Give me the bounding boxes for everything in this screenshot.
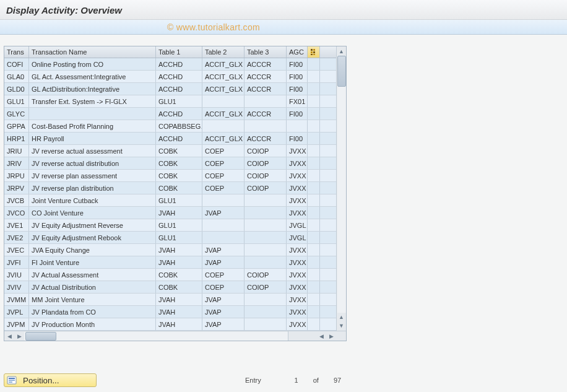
cell-table2[interactable]: ACCIT_GLX — [202, 58, 245, 70]
table-row[interactable]: GLA0GL Act. Assessment:IntegrativeACCHDA… — [4, 71, 336, 83]
vscroll-track[interactable] — [337, 56, 346, 313]
col-header-trans[interactable]: Trans — [4, 46, 29, 58]
cell-name[interactable]: JV Equity Adjustment Rebook — [29, 232, 156, 243]
table-row[interactable]: GPPACost-Based Profit PlanningCOPABBSEG… — [4, 120, 336, 133]
scroll-up-icon[interactable]: ▲ — [337, 47, 346, 56]
col-header-table2[interactable]: Table 2 — [202, 46, 245, 58]
cell-agc[interactable]: FX01 — [287, 95, 308, 107]
cell-trans[interactable]: JRIV — [4, 157, 29, 169]
scroll-right-icon[interactable]: ▶ — [326, 332, 336, 341]
cell-name[interactable]: MM Joint Venture — [29, 294, 156, 305]
cell-name[interactable]: Online Posting from CO — [29, 58, 156, 70]
cell-trans[interactable]: COFI — [4, 58, 29, 70]
table-row[interactable]: HRP1HR PayrollACCHDACCIT_GLXACCCRFI00 — [4, 133, 336, 145]
cell-table2[interactable]: COEP — [202, 157, 245, 169]
cell-name[interactable]: JV Production Month — [29, 318, 156, 330]
cell-table2[interactable] — [202, 194, 245, 206]
cell-table1[interactable]: GLU1 — [156, 232, 202, 243]
table-row[interactable]: JVMMMM Joint VentureJVAHJVAPJVXX — [4, 294, 336, 306]
cell-name[interactable]: JVA Equity Change — [29, 244, 156, 256]
cell-trans[interactable]: GLYC — [4, 108, 29, 120]
cell-trans[interactable]: HRP1 — [4, 133, 29, 144]
cell-name[interactable]: JV reverse actual assessment — [29, 145, 156, 157]
cell-trans[interactable]: JVE2 — [4, 232, 29, 243]
cell-table3[interactable]: COIOP — [245, 281, 287, 293]
cell-table2[interactable]: JVAP — [202, 306, 245, 318]
cell-name[interactable]: GL Act. Assessment:Integrative — [29, 71, 156, 82]
cell-table2[interactable] — [202, 120, 245, 132]
cell-table1[interactable]: JVAH — [156, 244, 202, 256]
scroll-down-icon[interactable]: ▼ — [337, 321, 346, 330]
cell-table2[interactable]: COEP — [202, 170, 245, 181]
table-row[interactable]: GLU1Transfer Ext. System -> FI-GLXGLU1FX… — [4, 95, 336, 108]
cell-trans[interactable]: GLA0 — [4, 71, 29, 82]
cell-table3[interactable] — [245, 244, 287, 256]
scroll-down-step-icon[interactable]: ▲ — [337, 313, 346, 321]
cell-trans[interactable]: JVIU — [4, 269, 29, 281]
cell-agc[interactable]: JVXX — [287, 244, 308, 256]
cell-agc[interactable]: FI00 — [287, 71, 308, 82]
table-row[interactable]: JVPMJV Production MonthJVAHJVAPJVXX — [4, 318, 336, 331]
cell-table3[interactable]: COIOP — [245, 182, 287, 194]
cell-name[interactable]: JV Equity Adjustment Reverse — [29, 219, 156, 231]
cell-table3[interactable] — [245, 95, 287, 107]
cell-table3[interactable]: COIOP — [245, 170, 287, 181]
cell-trans[interactable]: JVPM — [4, 318, 29, 330]
cell-name[interactable]: Transfer Ext. System -> FI-GLX — [29, 95, 156, 107]
cell-agc[interactable]: JVXX — [287, 269, 308, 281]
table-row[interactable]: COFIOnline Posting from COACCHDACCIT_GLX… — [4, 58, 336, 71]
col-header-agc[interactable]: AGC — [287, 46, 308, 58]
cell-table1[interactable]: ACCHD — [156, 133, 202, 144]
cell-agc[interactable]: JVXX — [287, 182, 308, 194]
cell-table1[interactable]: JVAH — [156, 256, 202, 268]
cell-table3[interactable] — [245, 232, 287, 243]
cell-name[interactable]: CO Joint Venture — [29, 207, 156, 219]
cell-agc[interactable]: FI00 — [287, 133, 308, 144]
cell-table3[interactable] — [245, 306, 287, 318]
cell-table1[interactable]: ACCHD — [156, 83, 202, 95]
col-header-name[interactable]: Transaction Name — [29, 46, 156, 58]
cell-table1[interactable]: GLU1 — [156, 95, 202, 107]
cell-name[interactable]: Joint Venture Cutback — [29, 194, 156, 206]
cell-trans[interactable]: JRPU — [4, 170, 29, 181]
configure-columns-icon[interactable] — [308, 46, 320, 58]
cell-table1[interactable]: COBK — [156, 182, 202, 194]
table-row[interactable]: JRPVJV reverse plan distributionCOBKCOEP… — [4, 182, 336, 194]
cell-table2[interactable]: JVAP — [202, 207, 245, 219]
cell-table3[interactable]: COIOP — [245, 157, 287, 169]
table-row[interactable]: JVFIFI Joint VentureJVAHJVAPJVXX — [4, 256, 336, 269]
col-header-table3[interactable]: Table 3 — [245, 46, 287, 58]
cell-table2[interactable]: ACCIT_GLX — [202, 108, 245, 120]
cell-trans[interactable]: JVCO — [4, 207, 29, 219]
table-row[interactable]: JVCBJoint Venture CutbackGLU1JVXX — [4, 194, 336, 207]
cell-table3[interactable]: COIOP — [245, 269, 287, 281]
cell-agc[interactable]: JVXX — [287, 281, 308, 293]
cell-table3[interactable] — [245, 256, 287, 268]
cell-agc[interactable] — [287, 120, 308, 132]
cell-trans[interactable]: JVCB — [4, 194, 29, 206]
cell-table1[interactable]: JVAH — [156, 294, 202, 305]
table-row[interactable]: JVECJVA Equity ChangeJVAHJVAPJVXX — [4, 244, 336, 256]
cell-table1[interactable]: COBK — [156, 281, 202, 293]
cell-table3[interactable]: COIOP — [245, 145, 287, 157]
cell-table2[interactable]: COEP — [202, 182, 245, 194]
cell-table3[interactable] — [245, 207, 287, 219]
cell-name[interactable]: GL ActDistribution:Integrative — [29, 83, 156, 95]
cell-trans[interactable]: GPPA — [4, 120, 29, 132]
cell-name[interactable]: JV reverse plan assessment — [29, 170, 156, 181]
cell-agc[interactable]: JVXX — [287, 170, 308, 181]
cell-name[interactable] — [29, 108, 156, 120]
cell-agc[interactable]: FI00 — [287, 108, 308, 120]
cell-table1[interactable]: JVAH — [156, 207, 202, 219]
cell-table3[interactable] — [245, 318, 287, 330]
cell-trans[interactable]: JVFI — [4, 256, 29, 268]
cell-trans[interactable]: JVE1 — [4, 219, 29, 231]
cell-name[interactable]: JV reverse actual distribution — [29, 157, 156, 169]
cell-table1[interactable]: JVAH — [156, 306, 202, 318]
cell-agc[interactable]: JVXX — [287, 294, 308, 305]
cell-trans[interactable]: JVEC — [4, 244, 29, 256]
cell-agc[interactable]: JVXX — [287, 306, 308, 318]
table-row[interactable]: JVIVJV Actual DistributionCOBKCOEPCOIOPJ… — [4, 281, 336, 294]
cell-table1[interactable]: COBK — [156, 157, 202, 169]
cell-table1[interactable]: COPABBSEG… — [156, 120, 202, 132]
